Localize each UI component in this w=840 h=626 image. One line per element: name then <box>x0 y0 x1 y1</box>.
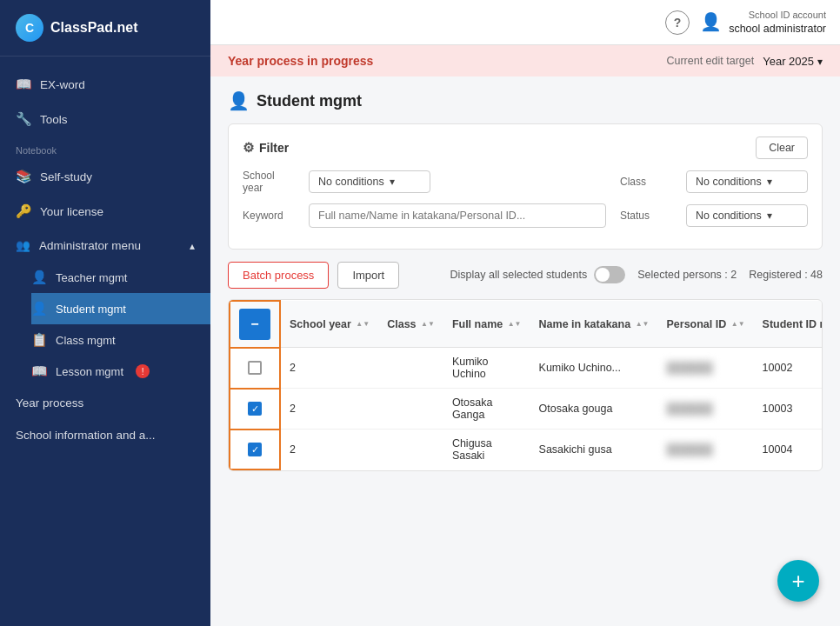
sidebar-item-license[interactable]: 🔑 Your license <box>0 194 210 229</box>
table-row: 2Otosaka GangaOtosaka gouga██████10003Va… <box>230 389 823 430</box>
admin-icon: 👥 <box>16 238 30 252</box>
sidebar-item-student-mgmt[interactable]: 👤 Student mgmt <box>31 293 210 324</box>
tools-icon: 🔧 <box>16 111 31 127</box>
keyword-input[interactable] <box>309 203 606 228</box>
import-button[interactable]: Import <box>337 262 399 289</box>
sidebar-item-label-selfstudy: Self-study <box>40 170 92 183</box>
th-student-id: Student ID number <box>754 301 823 348</box>
sidebar-item-label-year-process: Year process <box>16 396 83 410</box>
user-text: School ID account school administrator <box>729 9 826 36</box>
checkbox-0[interactable] <box>248 361 262 375</box>
th-personal-id: Personal ID ▲▼ <box>657 301 753 348</box>
personal-id-cell: ██████ <box>657 348 753 389</box>
help-icon: ? <box>674 16 682 30</box>
school-year-cell: 2 <box>280 430 378 470</box>
ex-word-icon: 📖 <box>16 77 31 92</box>
personal-id-cell: ██████ <box>657 389 753 430</box>
school-year-sort-icon: ▲▼ <box>356 321 370 328</box>
admin-submenu: 👤 Teacher mgmt 👤 Student mgmt 📋 Class mg… <box>0 262 210 387</box>
sidebar: C ClassPad.net 📖 EX-word 🔧 Tools Noteboo… <box>0 0 210 626</box>
year-value: Year 2025 <box>763 55 814 68</box>
teacher-mgmt-icon: 👤 <box>31 270 47 285</box>
user-top-line: School ID account <box>729 9 826 21</box>
student-id-cell: 10002 <box>754 348 823 389</box>
sidebar-item-teacher-mgmt[interactable]: 👤 Teacher mgmt <box>31 262 210 293</box>
main-area: ? 👤 School ID account school administrat… <box>210 0 840 626</box>
student-mgmt-icon: 👤 <box>31 301 47 316</box>
sidebar-item-class-mgmt[interactable]: 📋 Class mgmt <box>31 324 210 356</box>
personal-id-cell: ██████ <box>657 430 753 470</box>
sidebar-item-selfstudy[interactable]: 📚 Self-study <box>0 159 210 194</box>
help-button[interactable]: ? <box>665 10 690 35</box>
filter-row-1: School year No conditions Class No condi… <box>243 170 808 195</box>
status-select[interactable]: No conditions <box>686 204 808 227</box>
sidebar-item-label-student-mgmt: Student mgmt <box>56 303 126 316</box>
user-bottom-line: school administrator <box>729 22 826 36</box>
filter-title: ⚙ Filter <box>243 140 289 156</box>
lesson-mgmt-icon: 📖 <box>31 363 47 379</box>
batch-process-button[interactable]: Batch process <box>228 262 329 289</box>
school-year-value: No conditions <box>318 176 384 188</box>
th-katakana: Name in katakana ▲▼ <box>530 301 658 348</box>
sidebar-item-year-process[interactable]: Year process <box>0 387 210 419</box>
admin-menu-header[interactable]: 👥 Administrator menu <box>0 229 210 262</box>
admin-chevron-icon <box>190 239 195 252</box>
display-selected-toggle-wrap: Display all selected students <box>450 266 626 283</box>
filter-title-text: Filter <box>259 141 289 155</box>
display-selected-label: Display all selected students <box>450 269 588 281</box>
logo-icon: C <box>16 14 43 42</box>
checkbox-1[interactable] <box>248 402 262 416</box>
th-checkbox <box>230 301 280 348</box>
sidebar-item-label-teacher-mgmt: Teacher mgmt <box>56 271 127 284</box>
school-year-select[interactable]: No conditions <box>309 170 430 193</box>
checkbox-2[interactable] <box>248 443 262 456</box>
logo-text: ClassPad.net <box>50 20 137 36</box>
row-checkbox-cell <box>230 430 280 470</box>
class-mgmt-icon: 📋 <box>31 332 47 348</box>
class-select[interactable]: No conditions <box>686 170 808 193</box>
select-all-checkbox[interactable] <box>239 309 270 340</box>
selfstudy-icon: 📚 <box>16 169 31 184</box>
page-title: 👤 Student mgmt <box>228 90 823 111</box>
personal-id-sort-icon: ▲▼ <box>731 321 745 328</box>
table-row: 2Kumiko UchinoKumiko Uchino...██████1000… <box>230 348 823 389</box>
katakana-cell: Sasakichi gusa <box>530 430 658 470</box>
class-sort-icon: ▲▼ <box>421 321 435 328</box>
admin-menu-left: 👥 Administrator menu <box>16 238 141 252</box>
row-checkbox-cell <box>230 389 280 430</box>
sidebar-item-label-school-info: School information and a... <box>16 429 156 442</box>
display-selected-toggle[interactable] <box>594 266 625 283</box>
row-checkbox-cell <box>230 348 280 389</box>
sidebar-item-tools[interactable]: 🔧 Tools <box>0 102 210 137</box>
th-class: Class ▲▼ <box>378 301 443 348</box>
fab-button[interactable]: + <box>777 560 819 602</box>
row-checkbox-0 <box>239 361 270 375</box>
full-name-cell: Kumiko Uchino <box>443 348 530 389</box>
sidebar-item-lesson-mgmt[interactable]: 📖 Lesson mgmt ! <box>31 356 210 387</box>
filter-header: ⚙ Filter Clear <box>243 137 808 159</box>
class-cell <box>378 389 443 430</box>
katakana-sort-icon: ▲▼ <box>636 321 650 328</box>
student-mgmt-title-icon: 👤 <box>228 90 250 111</box>
class-filter-label: Class <box>620 176 672 188</box>
th-full-name: Full name ▲▼ <box>443 301 530 348</box>
th-school-year: School year ▲▼ <box>280 301 378 348</box>
keyword-filter-label: Keyword <box>243 210 295 222</box>
logo-area: C ClassPad.net <box>0 0 210 57</box>
sidebar-item-school-info[interactable]: School information and a... <box>0 419 210 451</box>
sidebar-item-label-class-mgmt: Class mgmt <box>56 334 116 347</box>
student-table: School year ▲▼ Class ▲▼ Full name ▲▼ Nam… <box>228 299 823 472</box>
sidebar-item-ex-word[interactable]: 📖 EX-word <box>0 67 210 102</box>
year-process-banner: Year process in progress Current edit ta… <box>210 45 840 77</box>
clear-button[interactable]: Clear <box>756 137 808 159</box>
notebook-label: Notebook <box>0 137 210 159</box>
status-filter-label: Status <box>620 210 672 222</box>
class-cell <box>378 430 443 470</box>
student-id-cell: 10003 <box>754 389 823 430</box>
school-year-cell: 2 <box>280 348 378 389</box>
year-select[interactable]: Year 2025 <box>763 55 823 68</box>
student-id-cell: 10004 <box>754 430 823 470</box>
toggle-knob <box>596 268 610 282</box>
user-icon: 👤 <box>700 11 722 32</box>
year-chevron-icon <box>817 55 823 68</box>
